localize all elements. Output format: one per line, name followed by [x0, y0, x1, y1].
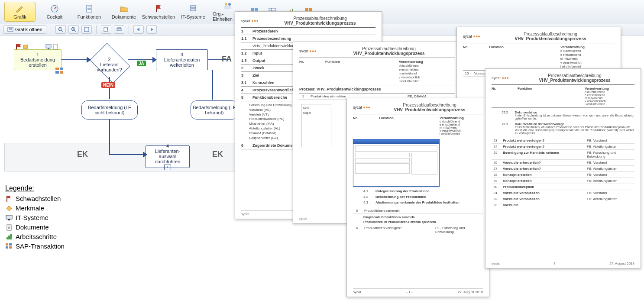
gauge-icon	[50, 4, 59, 13]
svg-rect-23	[117, 29, 121, 31]
arrowhead-icon	[152, 57, 158, 63]
svg-rect-34	[8, 219, 10, 220]
step-icon	[5, 234, 13, 240]
svg-rect-22	[104, 27, 107, 32]
zoom-in-button[interactable]	[68, 25, 79, 34]
sycat-logo: sycat ●●●	[492, 76, 511, 80]
svg-rect-15	[305, 8, 308, 11]
svg-rect-27	[48, 48, 49, 49]
lane-ek	[4, 143, 238, 171]
mini-dialog-nav: NeuKopie…	[301, 104, 331, 147]
lane-label-ek: EK	[77, 150, 88, 159]
separator	[51, 25, 51, 34]
svg-rect-6	[224, 6, 231, 9]
node-bedarfsmeldung-erstellen[interactable]: 1 Bedarfsmeldung erstellen	[14, 49, 61, 70]
svg-rect-2	[191, 6, 196, 8]
legend: Legende: Schwachstellen Merkmale IT-Syst…	[5, 184, 65, 251]
flag-icon	[155, 4, 162, 13]
sap-icon	[5, 243, 13, 249]
doc-icon	[85, 4, 93, 13]
svg-point-5	[228, 3, 231, 6]
svg-rect-8	[255, 8, 258, 11]
folder-icon	[120, 4, 128, 13]
legend-item: Schwachstellen	[5, 194, 65, 204]
legend-item: SAP-Transaktion	[5, 242, 65, 251]
ribbon-dokumente[interactable]: Dokumente	[108, 2, 139, 22]
open-graphic-button[interactable]: Grafik öffnen	[3, 25, 46, 34]
svg-rect-26	[46, 44, 51, 48]
ribbon-itsysteme[interactable]: IT-Systeme	[178, 2, 209, 22]
svg-rect-7	[251, 8, 254, 11]
edge	[128, 59, 154, 60]
edge	[61, 59, 88, 60]
screen-icon	[5, 215, 13, 221]
nav-forward-button[interactable]	[146, 25, 157, 34]
node-lieferantenauswahl[interactable]: 4 Lieferanten-auswahl durchführen +	[146, 145, 190, 168]
edge	[109, 120, 110, 154]
svg-rect-32	[60, 71, 63, 74]
flag-icon	[5, 195, 13, 202]
sycat-logo: sycat ●●●	[299, 49, 319, 53]
ribbon-funktionen[interactable]: Funktionen	[74, 2, 105, 22]
print-button[interactable]	[114, 25, 124, 34]
legend-item: IT-Systeme	[5, 213, 65, 223]
svg-rect-30	[60, 68, 63, 70]
svg-rect-21	[84, 27, 89, 32]
edge	[109, 77, 110, 99]
people-icon	[223, 2, 233, 10]
nav-back-button[interactable]	[133, 25, 144, 34]
node1-badges	[16, 43, 63, 51]
lane-label-fa: FA	[222, 55, 232, 64]
zoom-out-button[interactable]	[55, 25, 66, 34]
svg-rect-25	[23, 45, 28, 48]
sap-badge-icon	[55, 68, 64, 74]
pencil-icon	[16, 4, 24, 13]
svg-rect-33	[6, 215, 12, 219]
svg-rect-39	[9, 246, 12, 249]
fit-button[interactable]	[81, 25, 92, 34]
svg-rect-16	[309, 8, 312, 11]
edge-label-ja: JA	[137, 61, 146, 66]
arrowhead-icon	[143, 152, 148, 158]
sycat-logo: sycat ●●●	[353, 105, 373, 110]
diamond-icon	[5, 205, 13, 211]
svg-rect-29	[55, 68, 59, 70]
legend-item: Merkmale	[5, 204, 65, 213]
ribbon-cockpit[interactable]: Cockpit	[39, 2, 70, 22]
svg-rect-3	[191, 9, 196, 11]
report-page-5: sycat ●●● Prozessablaufbeschreibung VHV_…	[485, 68, 641, 268]
node-bedarfsmeldung-lf-nicht[interactable]: Bedarfsmeldung (LF nicht bekannt)	[81, 100, 138, 120]
doc-icon	[5, 224, 13, 231]
svg-rect-31	[55, 71, 59, 74]
legend-item: Arbeitsschritte	[5, 232, 65, 242]
svg-rect-24	[118, 27, 120, 29]
svg-rect-36	[6, 243, 8, 246]
node-lieferantendaten-weiterleiten[interactable]: 3 Lieferantendaten weiterleiten	[156, 49, 208, 70]
sycat-logo: sycat ●●●	[463, 34, 483, 39]
edge	[212, 70, 213, 100]
node-lieferant-vorhanden[interactable]: 2 Lieferant vorhanden?	[90, 43, 130, 83]
svg-rect-28	[54, 44, 58, 49]
edge-label-nein: NEIN	[101, 82, 115, 88]
lane-label-ek2: EK	[212, 150, 223, 159]
svg-rect-37	[9, 243, 12, 246]
server-icon	[189, 4, 197, 13]
svg-rect-1	[87, 5, 92, 12]
separator	[96, 25, 97, 34]
svg-rect-38	[6, 246, 8, 249]
ribbon-grafik[interactable]: Grafik	[4, 2, 36, 22]
edge	[109, 154, 145, 155]
svg-point-4	[225, 3, 227, 6]
node-bedarfsmeldung-lf-bekannt[interactable]: Bedarfsmeldung (LF bekannt)	[191, 100, 238, 120]
sycat-logo: sycat ●●●	[241, 19, 261, 23]
legend-item: Dokumente	[5, 223, 65, 232]
legend-title: Legende:	[5, 184, 65, 193]
report-page-4: sycat ●●● Prozessablaufbeschreibung VHV_…	[346, 98, 489, 297]
arrowhead-icon	[87, 57, 92, 63]
mini-dialog	[353, 139, 440, 187]
ribbon-schwachstellen[interactable]: Schwachstellen	[143, 2, 174, 22]
ribbon-label: Grafik	[13, 14, 26, 19]
separator	[129, 25, 129, 34]
export-button[interactable]	[101, 25, 111, 34]
